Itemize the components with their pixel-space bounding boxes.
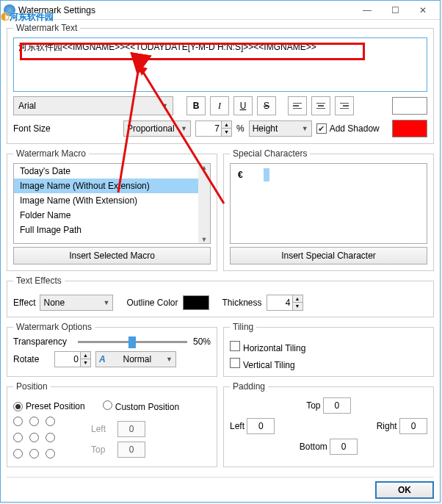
effect-label: Effect <box>13 298 35 308</box>
shadow-color-swatch[interactable] <box>392 120 427 137</box>
spin-down-icon[interactable]: ▼ <box>222 129 231 136</box>
pad-left-input[interactable] <box>247 418 275 434</box>
special-char-group: Special Characters € Insert Special Char… <box>223 148 434 271</box>
watermark-text-value: 河东软件园<<IMGNAME>><<TODAYDATE[Y-M-D H:N:S]… <box>18 42 316 52</box>
padding-group: Padding Top Left Right Bottom <box>223 381 434 467</box>
transparency-value: 50% <box>193 336 211 347</box>
transparency-label: Transparency <box>13 336 72 347</box>
outline-color-swatch[interactable] <box>183 295 209 310</box>
text-cursor <box>264 168 269 181</box>
watermark-options-group: Watermark Options Transparency 50% Rotat… <box>7 322 217 377</box>
close-button[interactable]: ✕ <box>409 2 437 18</box>
relative-to-dropdown[interactable]: Height▼ <box>249 120 312 137</box>
padding-legend: Padding <box>230 381 268 392</box>
scrollbar[interactable]: ▲▼ <box>198 164 210 243</box>
pad-right-input[interactable] <box>399 418 427 434</box>
spin-up-icon[interactable]: ▲ <box>222 121 231 129</box>
macro-legend: Watermark Macro <box>13 148 89 159</box>
titlebar: Watermark Settings — ☐ ✕ <box>1 1 440 20</box>
outline-color-label: Outline Color <box>126 298 178 308</box>
percent-label: % <box>236 123 244 134</box>
maximize-button[interactable]: ☐ <box>381 2 409 18</box>
chevron-down-icon: ▼ <box>162 102 168 109</box>
align-left-button[interactable] <box>288 96 307 115</box>
pad-bottom-input[interactable] <box>330 439 358 455</box>
insert-special-button[interactable]: Insert Special Character <box>230 247 427 264</box>
preset-position-radio[interactable]: Preset Position <box>13 401 85 411</box>
thickness-spinner[interactable]: ▲▼ <box>267 295 303 311</box>
flip-dropdown[interactable]: ANormal▼ <box>95 351 176 367</box>
macro-group: Watermark Macro Today's Date Image Name … <box>7 148 217 271</box>
transparency-slider[interactable] <box>78 341 187 343</box>
watermark-text-input[interactable]: 河东软件园<<IMGNAME>><<TODAYDATE[Y-M-D H:N:S]… <box>13 37 427 92</box>
minimize-button[interactable]: — <box>353 2 381 18</box>
window-title: Watermark Settings <box>18 5 353 15</box>
ok-button[interactable]: OK <box>375 481 434 499</box>
strike-button[interactable]: S <box>257 96 276 115</box>
insert-macro-button[interactable]: Insert Selected Macro <box>13 247 211 264</box>
chevron-down-icon: ▼ <box>302 125 308 132</box>
tiling-legend: Tiling <box>230 322 256 332</box>
underline-button[interactable]: U <box>233 96 253 115</box>
pad-right-label: Right <box>377 421 397 431</box>
horizontal-tiling-checkbox[interactable]: Horizontal Tiling <box>230 341 305 353</box>
rotate-label: Rotate <box>13 354 50 364</box>
pad-top-label: Top <box>306 400 320 411</box>
brand-overlay: ◐河东软件园 <box>1 5 54 24</box>
thickness-label: Thickness <box>222 298 262 308</box>
list-item[interactable]: Folder Name <box>14 208 210 223</box>
rotate-spinner[interactable]: ▲▼ <box>54 351 91 367</box>
effects-legend: Text Effects <box>13 276 65 286</box>
list-item[interactable]: Today's Date <box>14 164 210 179</box>
font-size-label: Font Size <box>13 123 56 134</box>
options-legend: Watermark Options <box>13 322 95 332</box>
align-right-button[interactable] <box>335 96 354 115</box>
text-effects-group: Text Effects Effect None▼ Outline Color … <box>7 276 434 317</box>
list-item[interactable]: Full Image Path <box>14 223 210 237</box>
watermark-text-group: Watermark Text 河东软件园<<IMGNAME>><<TODAYDA… <box>7 23 434 144</box>
custom-position-radio[interactable]: Custom Position <box>103 400 179 412</box>
preset-position-grid[interactable] <box>13 417 57 461</box>
pad-bottom-label: Bottom <box>300 442 327 452</box>
macro-listbox[interactable]: Today's Date Image Name (Without Extensi… <box>13 163 211 244</box>
pad-left-label: Left <box>230 421 244 431</box>
font-size-spinner[interactable]: ▲▼ <box>195 120 232 137</box>
list-item[interactable]: Image Name (With Extension) <box>14 193 210 208</box>
special-legend: Special Characters <box>230 148 310 159</box>
position-group: Position Preset Position Custom Position… <box>7 381 217 467</box>
chevron-down-icon: ▼ <box>181 125 187 132</box>
bold-button[interactable]: B <box>186 96 206 115</box>
watermark-text-legend: Watermark Text <box>13 23 80 33</box>
vertical-tiling-checkbox[interactable]: Vertical Tiling <box>230 358 295 370</box>
tiling-group: Tiling Horizontal Tiling Vertical Tiling <box>223 322 434 377</box>
special-char-box[interactable]: € <box>230 163 427 244</box>
align-center-button[interactable] <box>311 96 330 115</box>
font-size-mode-dropdown[interactable]: Proportional▼ <box>123 120 191 137</box>
position-legend: Position <box>13 381 51 392</box>
effect-dropdown[interactable]: None▼ <box>40 295 113 311</box>
font-family-dropdown[interactable]: Arial▼ <box>13 96 173 115</box>
pos-left-label: Left <box>91 424 113 434</box>
list-item[interactable]: Image Name (Without Extension) <box>14 179 210 193</box>
pos-left-input <box>117 421 145 437</box>
pos-top-label: Top <box>91 444 113 455</box>
text-color-swatch[interactable] <box>392 97 427 115</box>
pos-top-input <box>117 442 145 458</box>
pad-top-input[interactable] <box>323 397 351 414</box>
italic-button[interactable]: I <box>210 96 229 115</box>
add-shadow-checkbox[interactable]: ✔Add Shadow <box>316 123 380 134</box>
special-char: € <box>238 170 243 180</box>
